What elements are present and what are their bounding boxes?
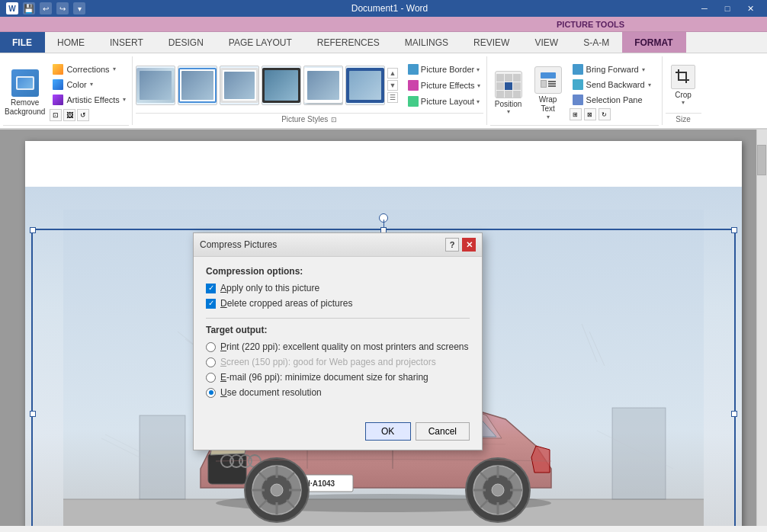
remove-background-icon: [11, 69, 39, 97]
radio-print-row[interactable]: Print (220 ppi): excellent quality on mo…: [206, 341, 470, 352]
style-4[interactable]: [262, 66, 301, 105]
style-scroll-down[interactable]: ▼: [387, 80, 398, 91]
color-label: Color: [66, 80, 86, 89]
radio-screen[interactable]: [206, 357, 216, 367]
dialog-help-button[interactable]: ?: [445, 238, 459, 252]
color-button[interactable]: Color ▾: [50, 78, 128, 91]
picture-layout-button[interactable]: Picture Layout ▾: [405, 95, 483, 108]
delete-cropped-checkbox-row[interactable]: Delete cropped areas of pictures: [206, 298, 470, 309]
style-scroll-up[interactable]: ▲: [387, 68, 398, 79]
picture-effects-button[interactable]: Picture Effects ▾: [405, 79, 483, 92]
style-3[interactable]: [220, 66, 259, 105]
picture-layout-icon: [408, 96, 419, 107]
style-scroll-buttons: ▲ ▼ ☰: [387, 68, 398, 103]
change-picture-button[interactable]: 🖼: [63, 109, 75, 121]
tab-insert[interactable]: INSERT: [98, 32, 156, 53]
tab-view[interactable]: VIEW: [522, 32, 571, 53]
radio-document[interactable]: [206, 388, 216, 398]
handle-middle-left[interactable]: [30, 411, 36, 417]
ok-button[interactable]: OK: [365, 422, 411, 441]
tab-mailings[interactable]: MAILINGS: [393, 32, 461, 53]
document-page: IN·A1043: [25, 141, 742, 526]
wrap-text-button[interactable]: WrapText ▾: [530, 58, 566, 125]
radio-print[interactable]: [206, 342, 216, 352]
corrections-button[interactable]: Corrections ▾: [50, 62, 128, 76]
align-button[interactable]: ⊞: [570, 108, 582, 120]
picture-border-button[interactable]: Picture Border ▾: [405, 62, 483, 76]
svg-point-16: [271, 484, 283, 496]
apply-only-checkbox[interactable]: [206, 284, 216, 293]
tab-design[interactable]: DESIGN: [156, 32, 217, 53]
radio-screen-row[interactable]: Screen (150 ppi): good for Web pages and…: [206, 357, 470, 367]
radio-document-row[interactable]: Use document resolution: [206, 387, 470, 398]
artistic-effects-arrow: ▾: [123, 96, 126, 103]
style-6[interactable]: [345, 66, 385, 105]
tab-sam[interactable]: S-A-M: [571, 32, 622, 53]
handle-middle-right[interactable]: [731, 411, 737, 417]
remove-background-button[interactable]: RemoveBackground: [3, 58, 47, 125]
tab-review[interactable]: REVIEW: [461, 32, 522, 53]
picture-styles-label: Picture Styles ⊡: [136, 113, 483, 123]
word-icon: W: [6, 2, 18, 14]
tab-page-layout[interactable]: PAGE LAYOUT: [217, 32, 305, 53]
svg-rect-43: [140, 415, 185, 499]
handle-top-right[interactable]: [731, 227, 737, 233]
group-button[interactable]: ⊠: [584, 108, 596, 120]
remove-background-label: RemoveBackground: [5, 98, 45, 117]
position-button[interactable]: Position ▾: [490, 58, 527, 125]
position-label: Position: [495, 100, 522, 108]
picture-border-icon: [408, 64, 419, 75]
tab-format[interactable]: FORMAT: [622, 32, 685, 53]
bring-forward-arrow: ▾: [642, 66, 645, 73]
compression-options-section: Compression options: Apply only to this …: [206, 266, 470, 309]
artistic-effects-label: Artistic Effects: [66, 95, 119, 104]
compress-pictures-button[interactable]: ⊡: [50, 109, 62, 121]
dialog-separator: [206, 318, 470, 319]
document-area: IN·A1043: [0, 130, 767, 526]
right-scrollbar[interactable]: [756, 130, 767, 526]
position-arrow: ▾: [507, 108, 510, 115]
style-more[interactable]: ☰: [387, 92, 398, 103]
save-icon[interactable]: 💾: [23, 2, 35, 14]
tab-file[interactable]: FILE: [0, 32, 45, 53]
delete-cropped-checkbox[interactable]: [206, 299, 216, 309]
handle-top-left[interactable]: [30, 227, 36, 233]
picture-effects-icon: [408, 80, 419, 91]
corrections-arrow: ▾: [113, 66, 116, 72]
undo-icon[interactable]: ↩: [40, 2, 52, 14]
style-5[interactable]: [303, 66, 343, 105]
selection-pane-button[interactable]: Selection Pane: [570, 93, 659, 107]
reset-picture-button[interactable]: ↺: [77, 109, 89, 121]
tab-home[interactable]: HOME: [45, 32, 98, 53]
send-backward-label: Send Backward: [586, 80, 645, 89]
bring-forward-label: Bring Forward: [586, 65, 639, 74]
customize-icon[interactable]: ▾: [73, 2, 85, 14]
target-output-label: Target output:: [206, 325, 470, 335]
apply-only-checkbox-row[interactable]: Apply only to this picture: [206, 283, 470, 293]
style-1[interactable]: [136, 66, 175, 105]
title-bar-left: W 💾 ↩ ↪ ▾: [6, 2, 85, 14]
tab-references[interactable]: REFERENCES: [305, 32, 393, 53]
dialog-close-button[interactable]: ✕: [462, 238, 476, 252]
svg-point-28: [492, 484, 504, 496]
close-button[interactable]: ✕: [740, 2, 761, 14]
maximize-button[interactable]: □: [717, 2, 738, 14]
picture-styles-dialog-launcher[interactable]: ⊡: [331, 116, 337, 123]
radio-email[interactable]: [206, 373, 216, 383]
style-2[interactable]: [178, 66, 217, 105]
dialog-controls: ? ✕: [445, 238, 476, 252]
scrollbar-thumb[interactable]: [757, 145, 766, 175]
send-backward-icon: [573, 79, 583, 90]
dialog-titlebar: Compress Pictures ? ✕: [194, 233, 482, 257]
cancel-button[interactable]: Cancel: [416, 422, 470, 441]
crop-button[interactable]: Crop ▾: [668, 62, 698, 109]
rotate-button[interactable]: ↻: [599, 108, 611, 120]
bring-forward-button[interactable]: Bring Forward ▾: [570, 62, 659, 76]
wrap-text-arrow: ▾: [547, 114, 550, 120]
minimize-button[interactable]: ─: [694, 2, 715, 14]
redo-icon[interactable]: ↪: [56, 2, 69, 14]
radio-email-row[interactable]: E-mail (96 ppi): minimize document size …: [206, 372, 470, 383]
selection-pane-label: Selection Pane: [586, 95, 643, 104]
artistic-effects-button[interactable]: Artistic Effects ▾: [50, 93, 128, 107]
send-backward-button[interactable]: Send Backward ▾: [570, 78, 659, 91]
